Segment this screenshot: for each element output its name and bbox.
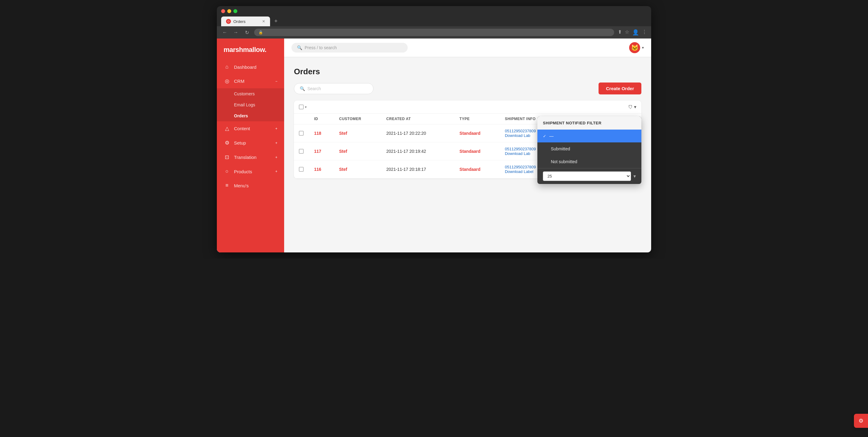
cell-id-118: 118 — [309, 124, 334, 142]
filter-option-submitted[interactable]: Submitted — [537, 142, 641, 155]
traffic-light-yellow[interactable] — [227, 9, 231, 13]
menu-icon[interactable]: ⋮ — [642, 29, 647, 36]
filter-dropdown-header: SHIPMENT NOTIFIED FILTER — [537, 116, 641, 130]
col-id[interactable]: ID — [309, 114, 334, 124]
refresh-button[interactable]: ↻ — [243, 29, 250, 36]
page-size-select[interactable]: 25 — [543, 171, 631, 181]
traffic-light-red[interactable] — [221, 9, 225, 13]
sidebar-nav: ⌂ Dashboard ◎ CRM − Customers Email Logs — [217, 60, 284, 253]
page-size-chevron-icon: ▾ — [633, 173, 636, 179]
sidebar-item-menus[interactable]: ≡ Menu's — [217, 178, 284, 193]
cell-created-at-116: 2021-11-17 20:18:17 — [381, 161, 455, 178]
cell-customer-117: Stef — [334, 142, 381, 161]
table-header-bar: ▾ ⛉ ▾ SHIPMENT NOTIFIED FILTER ✓ — — [294, 101, 641, 114]
sidebar-item-dashboard-label: Dashboard — [234, 65, 256, 70]
cell-customer-118: Stef — [334, 124, 381, 142]
app-header: 🔍 Press / to search 🐱 ▾ — [284, 38, 651, 57]
menus-icon: ≡ — [224, 182, 230, 189]
sidebar-item-translation[interactable]: ⊡ Translation + — [217, 150, 284, 164]
select-all-checkbox[interactable] — [299, 104, 304, 109]
dashboard-icon: ⌂ — [224, 64, 230, 70]
cell-created-at-117: 2021-11-17 20:19:42 — [381, 142, 455, 161]
cell-id-117: 117 — [309, 142, 334, 161]
sidebar-item-products-label: Products — [234, 169, 252, 174]
sidebar-item-customers[interactable]: Customers — [217, 88, 284, 99]
cell-type-118: Standaard — [455, 124, 500, 142]
sidebar-item-email-logs[interactable]: Email Logs — [217, 99, 284, 110]
select-all-dropdown-arrow[interactable]: ▾ — [305, 105, 307, 109]
tab-close-button[interactable]: ✕ — [262, 19, 265, 24]
filter-option-all-label: — — [549, 134, 554, 138]
avatar: 🐱 — [629, 42, 640, 53]
col-customer[interactable]: CUSTOMER — [334, 114, 381, 124]
tab-title: Orders — [234, 19, 246, 24]
setup-icon: ⚙ — [224, 140, 230, 146]
cell-id-116: 116 — [309, 161, 334, 178]
tab-favicon: O — [226, 19, 231, 24]
select-all-checkbox-wrapper: ▾ — [299, 104, 307, 109]
col-created-at[interactable]: CREATED AT — [381, 114, 455, 124]
traffic-light-green[interactable] — [234, 9, 237, 13]
filter-icon: ⛉ — [628, 104, 633, 110]
sidebar-item-menus-label: Menu's — [234, 183, 249, 188]
header-chevron-icon: ▾ — [642, 45, 644, 50]
header-search-icon: 🔍 — [297, 45, 302, 50]
sidebar-item-products[interactable]: ○ Products + — [217, 164, 284, 178]
main-content: 🔍 Press / to search 🐱 ▾ Orders 🔍 — [284, 38, 651, 253]
filter-option-all[interactable]: ✓ — — [537, 130, 641, 142]
orders-table-container: ▾ ⛉ ▾ SHIPMENT NOTIFIED FILTER ✓ — — [294, 101, 641, 178]
setup-expand-icon: + — [275, 141, 277, 145]
sidebar-logo: marshmallow. — [217, 38, 284, 60]
filter-option-not-submitted-label: Not submitted — [551, 159, 577, 164]
browser-tab-orders[interactable]: O Orders ✕ — [221, 16, 270, 26]
content-expand-icon: + — [275, 127, 277, 131]
page-title: Orders — [294, 67, 641, 76]
customers-label: Customers — [234, 91, 255, 96]
crm-icon: ◎ — [224, 78, 230, 85]
back-button[interactable]: ← — [221, 29, 228, 36]
sidebar-item-setup-label: Setup — [234, 140, 246, 145]
sidebar-item-setup[interactable]: ⚙ Setup + — [217, 136, 284, 150]
row-checkbox-118[interactable] — [299, 131, 304, 136]
header-search-placeholder: Press / to search — [305, 45, 337, 50]
page-search-placeholder: Search — [307, 86, 321, 91]
share-icon[interactable]: ⬆ — [618, 29, 622, 36]
filter-option-not-submitted[interactable]: Not submitted — [537, 155, 641, 168]
filter-option-submitted-label: Submitted — [551, 146, 570, 151]
address-bar[interactable]: 🔒 — [254, 29, 614, 36]
filter-footer: 25 ▾ — [537, 168, 641, 184]
sidebar-item-crm-label: CRM — [234, 78, 244, 84]
browser-toolbar-actions: ⬆ ☆ 👤 ⋮ — [618, 29, 647, 36]
new-tab-button[interactable]: + — [271, 16, 281, 26]
forward-button[interactable]: → — [232, 29, 240, 36]
cell-customer-116: Stef — [334, 161, 381, 178]
cell-type-116: Standaard — [455, 161, 500, 178]
sidebar: marshmallow. ⌂ Dashboard ◎ CRM − Custome… — [217, 38, 284, 253]
header-search[interactable]: 🔍 Press / to search — [291, 43, 408, 53]
profile-icon[interactable]: 👤 — [632, 29, 639, 36]
filter-button[interactable]: ⛉ ▾ — [628, 104, 637, 110]
col-checkbox — [294, 114, 309, 124]
filter-check-icon: ✓ — [543, 134, 546, 138]
cell-created-at-118: 2021-11-17 20:22:20 — [381, 124, 455, 142]
crm-submenu: Customers Email Logs Orders — [217, 88, 284, 121]
sidebar-item-content[interactable]: △ Content + — [217, 121, 284, 136]
crm-expand-icon: − — [275, 79, 277, 83]
row-checkbox-116[interactable] — [299, 167, 304, 172]
sidebar-item-dashboard[interactable]: ⌂ Dashboard — [217, 60, 284, 74]
page-search[interactable]: 🔍 Search — [294, 83, 373, 94]
row-checkbox-117[interactable] — [299, 149, 304, 154]
products-icon: ○ — [224, 168, 230, 174]
header-avatar-button[interactable]: 🐱 ▾ — [629, 42, 644, 53]
products-expand-icon: + — [275, 169, 277, 174]
cell-type-117: Standaard — [455, 142, 500, 161]
bookmark-icon[interactable]: ☆ — [625, 29, 629, 36]
create-order-button[interactable]: Create Order — [598, 82, 641, 94]
shipment-filter-dropdown: SHIPMENT NOTIFIED FILTER ✓ — Submitted — [537, 116, 641, 184]
lock-icon: 🔒 — [258, 30, 263, 35]
sidebar-item-orders[interactable]: Orders — [217, 110, 284, 121]
translation-icon: ⊡ — [224, 154, 230, 161]
content-icon: △ — [224, 125, 230, 132]
col-type[interactable]: TYPE — [455, 114, 500, 124]
sidebar-item-crm[interactable]: ◎ CRM − — [217, 74, 284, 88]
